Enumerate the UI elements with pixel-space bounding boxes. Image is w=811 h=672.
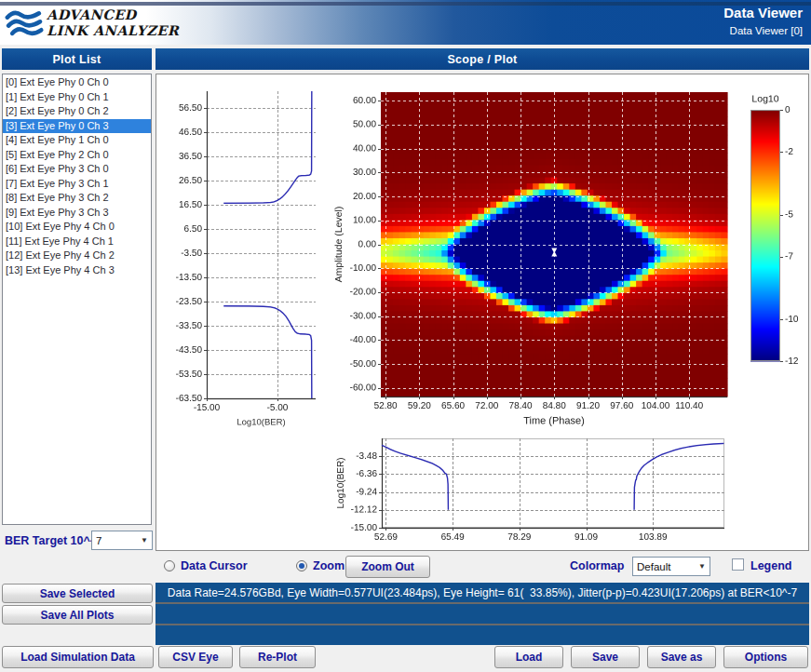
- colormap-label: Colormap: [570, 559, 624, 572]
- chevron-down-icon: ▼: [141, 536, 148, 544]
- save-selected-button[interactable]: Save Selected: [2, 584, 153, 603]
- zoom-out-button[interactable]: Zoom Out: [345, 556, 430, 578]
- scope-plot-title: Scope / Plot: [447, 53, 517, 66]
- legend-checkbox[interactable]: [732, 558, 744, 571]
- plot-list-item[interactable]: [0] Ext Eye Phy 0 Ch 0: [3, 75, 151, 90]
- legend-label: Legend: [750, 559, 791, 572]
- csv-eye-button[interactable]: CSV Eye: [158, 646, 233, 668]
- colormap-select[interactable]: Default ▼: [632, 557, 710, 576]
- brand-text: ADVANCED LINK ANALYZER: [47, 7, 179, 38]
- status-stack: Data Rate=24.576GBd, Eye Width=0.577UI(2…: [155, 583, 809, 645]
- app-header: ADVANCED LINK ANALYZER Data Viewer Data …: [0, 0, 811, 45]
- plot-list-item[interactable]: [13] Ext Eye Phy 4 Ch 3: [3, 263, 151, 278]
- colormap-value: Default: [637, 561, 670, 572]
- plot-list-item[interactable]: [10] Ext Eye Phy 4 Ch 0: [3, 220, 151, 235]
- ber-target-select[interactable]: 7 ▼: [91, 531, 153, 550]
- plot-list-item[interactable]: [6] Ext Eye Phy 3 Ch 0: [3, 162, 151, 177]
- status-bar-secondary: [155, 604, 809, 624]
- ber-target-label: BER Target 10^-: [5, 534, 94, 547]
- zoom-in-radio[interactable]: [296, 560, 307, 571]
- plot-list-item[interactable]: [9] Ext Eye Phy 3 Ch 3: [3, 206, 151, 221]
- re-plot-button[interactable]: Re-Plot: [239, 646, 316, 668]
- plot-list-item[interactable]: [7] Ext Eye Phy 3 Ch 1: [3, 177, 151, 192]
- data-cursor-radio[interactable]: [164, 560, 175, 571]
- options-button[interactable]: Options: [723, 646, 808, 668]
- load-simulation-data-button[interactable]: Load Simulation Data: [2, 646, 154, 668]
- window-title: Data Viewer: [723, 5, 803, 20]
- load-button[interactable]: Load: [494, 646, 563, 668]
- plot-list-item[interactable]: [11] Ext Eye Phy 4 Ch 1: [3, 235, 151, 249]
- scope-plot-canvas[interactable]: [156, 74, 808, 550]
- status-bar-primary: Data Rate=24.576GBd, Eye Width=0.577UI(2…: [155, 583, 809, 602]
- save-button[interactable]: Save: [571, 646, 640, 668]
- plot-list-item[interactable]: [1] Ext Eye Phy 0 Ch 1: [3, 90, 151, 105]
- brand-wave-icon: [5, 6, 47, 41]
- scope-plot-header: Scope / Plot: [155, 48, 809, 70]
- plot-list[interactable]: [0] Ext Eye Phy 0 Ch 0[1] Ext Eye Phy 0 …: [2, 74, 152, 525]
- scope-plot-panel: [155, 74, 809, 551]
- status-text: Data Rate=24.576GBd, Eye Width=0.577UI(2…: [168, 586, 797, 599]
- plot-list-header: Plot List: [2, 48, 152, 70]
- plot-list-item[interactable]: [3] Ext Eye Phy 0 Ch 3: [3, 119, 151, 134]
- plot-list-item[interactable]: [8] Ext Eye Phy 3 Ch 2: [3, 191, 151, 206]
- status-bar-tertiary: [155, 625, 809, 645]
- window-subtitle: Data Viewer [0]: [730, 25, 803, 36]
- plot-list-item[interactable]: [12] Ext Eye Phy 4 Ch 2: [3, 249, 151, 263]
- brand-line2: LINK ANALYZER: [47, 22, 179, 38]
- plot-list-item[interactable]: [2] Ext Eye Phy 0 Ch 2: [3, 104, 151, 119]
- ber-target-value: 7: [96, 535, 101, 546]
- save-as-button[interactable]: Save as: [647, 646, 716, 668]
- brand-line1: ADVANCED: [47, 7, 179, 22]
- header-top-strip: [0, 2, 811, 6]
- save-all-plots-button[interactable]: Save All Plots: [2, 605, 153, 625]
- plot-list-item[interactable]: [4] Ext Eye Phy 1 Ch 0: [3, 133, 151, 148]
- plot-list-item[interactable]: [5] Ext Eye Phy 2 Ch 0: [3, 148, 151, 163]
- data-cursor-label: Data Cursor: [181, 559, 248, 572]
- chevron-down-icon: ▼: [698, 562, 706, 571]
- data-viewer-window: ADVANCED LINK ANALYZER Data Viewer Data …: [0, 0, 811, 672]
- plot-list-title: Plot List: [52, 53, 101, 66]
